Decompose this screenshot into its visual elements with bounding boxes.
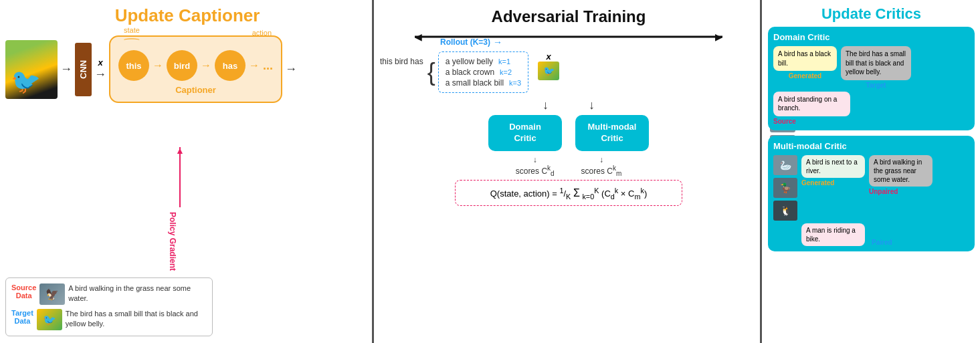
domain-critic-box: Domain Critic [488, 115, 562, 151]
k3-label: k=3 [509, 79, 521, 87]
captioner-label: Captioner [175, 85, 216, 95]
mm-critic-panel: Multi-modal Critic 🦢 🦆 🐧 A bird is next … [768, 136, 975, 251]
action-label: action [252, 29, 272, 37]
target-data-row: Target Data 🐦 The bird has a small bill … [11, 309, 207, 330]
policy-gradient: Policy Gradient [168, 212, 177, 271]
arrow-3: → [285, 62, 297, 76]
x-image: 🐦 [538, 62, 559, 80]
k2-label: k=2 [500, 68, 512, 76]
target-text: The bird has a small bill that is black … [66, 309, 207, 330]
source-thumb: 🦅 [39, 283, 65, 305]
policy-arrow [179, 147, 181, 207]
node-arrow-3: → [249, 60, 260, 72]
cnn-box: CNN [75, 43, 92, 96]
node-has: has [215, 50, 246, 81]
critics-mid-row: Domain Critic Multi-modal Critic [380, 115, 757, 151]
x-label-mid: x [547, 51, 551, 62]
domain-critic-title: Domain Critic [773, 32, 969, 42]
mm-critic-title: Multi-modal Critic [773, 141, 969, 151]
scores-row: ↓ scores Ckd ↓ scores Ckm [380, 155, 757, 177]
domain-source-label: Source [773, 118, 796, 125]
mm-img-2: 🦆 [773, 178, 797, 198]
left-title: Update Captioner [115, 5, 260, 25]
arrow-to-domain: ↓ [543, 98, 549, 112]
has-text: this bird has [380, 57, 423, 66]
data-boxes: Source Data 🦅 A bird walking in the gras… [5, 277, 213, 336]
node-bird: bird [167, 50, 197, 81]
double-arrow: ◀ ▶ [380, 29, 757, 45]
mm-img-3: 🐧 [773, 201, 797, 221]
arrow-1: → [60, 62, 72, 76]
left-section: Update Captioner 🐦 → CNN x → [0, 0, 375, 343]
domain-target-bubble: The bird has a small bill that is black … [841, 46, 911, 80]
arrow-scores-m: ↓ [581, 155, 622, 164]
domain-critic-panel: Domain Critic A bird has a black bill. G… [768, 27, 975, 130]
q-function-box: Q(state, action) = 1/K Σ k=0K (Cdk × Cmk… [455, 180, 682, 206]
domain-source-bubble: A bird standing on a branch. [773, 92, 850, 116]
scores-d-label: scores Ckd [516, 166, 555, 176]
captioner-box: state ⌢ this → bird → has [109, 35, 282, 103]
mm-bubble-3: A man is riding a bike. [801, 223, 865, 246]
arrow-2: → [94, 68, 106, 82]
mm-bubble-1: A bird is next to a river. [801, 155, 865, 178]
mm-unpaired-label: Unpaired [869, 188, 898, 195]
diagram: Update Captioner 🐦 → CNN x → [0, 0, 980, 343]
rollout-label: Rollout (K=3) → [440, 37, 502, 47]
rollout-box: a yellow belly k=1 a black crown k=2 a s… [438, 51, 528, 93]
arrow-scores-d: ↓ [516, 155, 555, 164]
bird-image: 🐦 [5, 40, 58, 99]
target-data-label: Target [11, 309, 33, 317]
node-this: this [118, 50, 149, 81]
mm-generated-label: Generated [801, 179, 865, 187]
middle-section: Adversarial Training ◀ ▶ Rollout (K=3) →… [375, 0, 763, 343]
arrow-to-mm: ↓ [589, 98, 595, 112]
mm-bubble-2: A bird walking in the grass near some wa… [869, 155, 933, 187]
domain-generated-label: Generated [789, 72, 821, 80]
source-text: A bird walking in the grass near some wa… [68, 283, 207, 304]
domain-generated-bubble: A bird has a black bill. [773, 46, 837, 71]
middle-title: Adversarial Training [492, 7, 646, 25]
rollout-item-3: a small black bill k=3 [446, 78, 521, 88]
x-label-left: x [98, 58, 102, 68]
right-critics-section: Update Critics Domain Critic A bird has … [763, 0, 980, 343]
right-title: Update Critics [821, 5, 921, 22]
rollout-item-1: a yellow belly k=1 [446, 57, 521, 66]
node-arrow-2: → [201, 60, 211, 72]
rollout-brace: { [427, 60, 435, 84]
target-thumb: 🐦 [37, 309, 62, 330]
left-divider [372, 0, 374, 343]
mm-images-col: 🦢 🦆 🐧 [773, 155, 797, 221]
rollout-item-2: a black crown k=2 [446, 68, 521, 77]
mm-paired-label: Paired [872, 239, 892, 246]
mm-img-1: 🦢 [773, 155, 797, 175]
mm-critic-box: Multi-modal Critic [575, 115, 649, 151]
source-data-row: Source Data 🦅 A bird walking in the gras… [11, 283, 207, 305]
domain-target-label: Target [866, 82, 886, 89]
node-ellipsis: ... [263, 59, 273, 73]
node-arrow-1: → [153, 60, 163, 72]
scores-m-label: scores Ckm [581, 166, 622, 176]
source-data-label: Source [11, 283, 36, 292]
k1-label: k=1 [498, 58, 510, 66]
q-formula: Q(state, action) = 1/K Σ k=0K (Cdk × Cmk… [490, 189, 648, 199]
